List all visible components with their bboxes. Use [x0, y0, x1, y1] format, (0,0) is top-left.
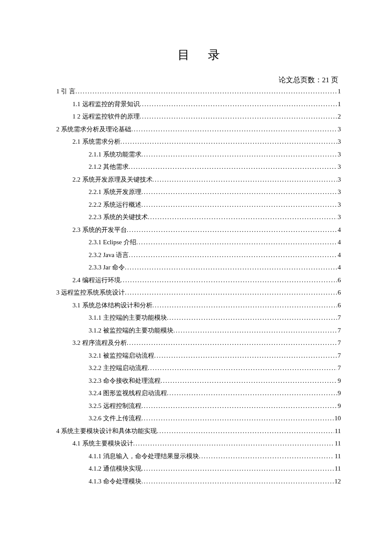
toc-leader-dots: [141, 415, 334, 422]
toc-entry-page: 12: [334, 478, 341, 485]
toc-entry-label: 2.2.2 系统运行概述: [89, 202, 141, 208]
toc-entry: 1 2 远程监控软件的原理2: [56, 113, 341, 120]
toc-entry-label: 2.4 编程运行环境: [72, 277, 121, 283]
toc-leader-dots: [154, 353, 337, 359]
toc-entry-label: 1.1 远程监控的背景知识: [72, 101, 140, 107]
toc-entry: 2.1 系统需求分析3: [56, 139, 341, 145]
toc-entry-page: 6: [337, 277, 341, 283]
toc-leader-dots: [173, 327, 337, 334]
toc-entry-label: 1 引 言: [56, 88, 75, 95]
toc-entry-page: 11: [334, 465, 341, 472]
toc-entry-label: 3.2 程序流程及分析: [72, 340, 127, 346]
toc-leader-dots: [129, 164, 337, 170]
toc-entry-label: 2 系统需求分析及理论基础: [56, 126, 131, 133]
toc-entry-label: 4.1.1 消息输入，命令处理结果显示模块: [89, 453, 199, 460]
document-page: 目 录 论文总页数：21 页 1 引 言11.1 远程监控的背景知识11 2 远…: [0, 0, 392, 516]
toc-entry-label: 4.1.2 通信模块实现: [89, 465, 141, 472]
toc-entry-page: 4: [337, 239, 341, 246]
toc-entry-label: 2.3 系统的开发平台: [72, 227, 127, 233]
toc-entry: 3.1.2 被监控端的主要功能模块7: [56, 327, 341, 334]
toc-entry: 4.1 系统主要模块设计11: [56, 440, 341, 447]
toc-entry-page: 3: [337, 176, 341, 183]
toc-entry-page: 3: [337, 214, 341, 220]
toc-entry-page: 1: [337, 101, 341, 107]
toc-entry: 3.2.1 被监控端启动流程7: [56, 353, 341, 359]
toc-entry-page: 9: [337, 390, 341, 396]
toc-entry: 2.3.3 Jar 命令4: [56, 264, 341, 271]
toc-entry: 4.1.3 命令处理模块12: [56, 478, 341, 485]
toc-entry-label: 2.1.1 系统功能需求: [89, 151, 141, 158]
toc-entry-page: 7: [337, 340, 341, 346]
toc-entry: 1 引 言1: [56, 88, 341, 95]
toc-leader-dots: [75, 88, 337, 95]
table-of-contents: 1 引 言11.1 远程监控的背景知识11 2 远程监控软件的原理22 系统需求…: [56, 88, 341, 485]
toc-leader-dots: [141, 151, 337, 158]
toc-leader-dots: [121, 139, 337, 145]
toc-leader-dots: [131, 126, 337, 133]
toc-leader-dots: [161, 378, 337, 384]
toc-leader-dots: [129, 252, 337, 258]
toc-entry: 3.2.5 远程控制流程9: [56, 403, 341, 409]
toc-leader-dots: [141, 478, 334, 485]
toc-entry-label: 3.2.5 远程控制流程: [89, 403, 141, 409]
toc-entry-page: 3: [337, 126, 341, 133]
toc-entry: 3 远程监控系统系统设计6: [56, 289, 341, 296]
toc-entry: 2.1.1 系统功能需求3: [56, 151, 341, 158]
toc-entry: 3.2.6 文件上传流程10: [56, 415, 341, 422]
toc-entry-label: 3 远程监控系统系统设计: [56, 289, 125, 296]
toc-leader-dots: [157, 428, 334, 434]
toc-leader-dots: [121, 277, 337, 283]
toc-entry-label: 4.1 系统主要模块设计: [72, 440, 133, 447]
toc-entry: 3.1 系统总体结构设计和分析6: [56, 302, 341, 309]
toc-entry: 2.2 系统开发原理及关键技术3: [56, 176, 341, 183]
toc-leader-dots: [141, 403, 337, 409]
toc-entry-page: 3: [337, 151, 341, 158]
toc-entry-page: 11: [334, 440, 341, 447]
toc-entry-label: 4.1.3 命令处理模块: [89, 478, 141, 485]
toc-entry-page: 4: [337, 252, 341, 258]
toc-entry-label: 3.1.2 被监控端的主要功能模块: [89, 327, 173, 334]
toc-entry-page: 11: [334, 428, 341, 434]
toc-entry-page: 6: [337, 289, 341, 296]
toc-entry-label: 3.1.1 主控端的主要功能模块: [89, 315, 167, 321]
toc-entry: 4 系统主要模块设计和具体功能实现11: [56, 428, 341, 434]
toc-entry-label: 3.2.2 主控端启动流程: [89, 365, 148, 371]
toc-title: 目 录: [56, 47, 341, 63]
toc-leader-dots: [167, 390, 337, 396]
toc-entry: 4.1.2 通信模块实现11: [56, 465, 341, 472]
toc-entry: 3.2 程序流程及分析7: [56, 340, 341, 346]
toc-entry-page: 4: [337, 264, 341, 271]
toc-leader-dots: [133, 440, 334, 447]
toc-leader-dots: [136, 239, 337, 246]
toc-leader-dots: [148, 365, 337, 371]
toc-entry-page: 3: [337, 139, 341, 145]
toc-entry: 3.2.3 命令接收和处理流程9: [56, 378, 341, 384]
toc-entry-label: 2.2.1 系统开发原理: [89, 189, 141, 195]
toc-entry-label: 2.1 系统需求分析: [72, 139, 121, 145]
toc-leader-dots: [148, 214, 337, 220]
toc-entry: 2.4 编程运行环境6: [56, 277, 341, 283]
toc-leader-dots: [153, 302, 337, 309]
toc-entry-page: 7: [337, 353, 341, 359]
toc-entry-page: 4: [337, 227, 341, 233]
toc-entry: 2.2.2 系统运行概述3: [56, 202, 341, 208]
toc-entry-label: 2.3.2 Java 语言: [89, 252, 129, 258]
toc-entry-label: 3.1 系统总体结构设计和分析: [72, 302, 153, 309]
toc-entry: 3.1.1 主控端的主要功能模块7: [56, 315, 341, 321]
toc-leader-dots: [199, 453, 334, 460]
toc-entry: 2.1.2 其他需求3: [56, 164, 341, 170]
toc-entry: 2.3.1 Eclipse 介绍4: [56, 239, 341, 246]
toc-leader-dots: [153, 176, 337, 183]
toc-leader-dots: [141, 189, 337, 195]
toc-entry: 2.2.1 系统开发原理3: [56, 189, 341, 195]
toc-entry: 4.1.1 消息输入，命令处理结果显示模块11: [56, 453, 341, 460]
toc-entry-page: 3: [337, 189, 341, 195]
toc-entry-label: 2.2.3 系统的关键技术: [89, 214, 148, 220]
toc-entry-page: 10: [334, 415, 341, 422]
toc-entry-page: 3: [337, 202, 341, 208]
toc-entry-label: 2.3.1 Eclipse 介绍: [89, 239, 136, 246]
toc-entry-page: 6: [337, 302, 341, 309]
toc-entry-label: 3.2.3 命令接收和处理流程: [89, 378, 161, 384]
toc-leader-dots: [127, 340, 337, 346]
toc-entry: 3.2.4 图形监视线程启动流程9: [56, 390, 341, 396]
